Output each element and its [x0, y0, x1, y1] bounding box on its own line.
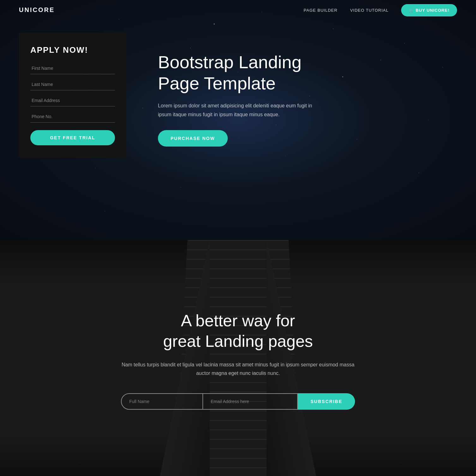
cart-icon: 🛒 — [409, 8, 416, 13]
nav-link-video-tutorial[interactable]: VIDEO TUTORIAL — [350, 8, 389, 13]
nav-cta-button[interactable]: 🛒 BUY UNICORE! — [401, 4, 457, 16]
nav-cta-label: BUY UNICORE! — [416, 8, 449, 13]
email-group — [30, 95, 115, 106]
nav-links: PAGE BUILDER VIDEO TUTORIAL 🛒 BUY UNICOR… — [304, 7, 457, 13]
last-name-group — [30, 79, 115, 90]
second-section-title: A better way for great Landing pages — [115, 310, 361, 352]
hero-description: Lorem ipsum dolor sit amet adipisicing e… — [158, 101, 316, 118]
apply-form-card: APPLY NOW! GET FREE TRIAL — [19, 33, 126, 158]
free-trial-button[interactable]: GET FREE TRIAL — [30, 130, 115, 145]
second-section-description: Nam tellus turpis blandit et ligula vel … — [115, 360, 361, 377]
hero-title: Bootstrap Landing Page Template — [158, 51, 335, 94]
navbar: UNICORE PAGE BUILDER VIDEO TUTORIAL 🛒 BU… — [0, 0, 476, 20]
nav-item-buy[interactable]: 🛒 BUY UNICORE! — [401, 7, 457, 13]
second-title-line2: great Landing pages — [163, 332, 313, 350]
second-section: A better way for great Landing pages Nam… — [0, 240, 476, 476]
nav-link-page-builder[interactable]: PAGE BUILDER — [304, 8, 337, 13]
hero-section: UNICORE PAGE BUILDER VIDEO TUTORIAL 🛒 BU… — [0, 0, 476, 240]
nav-item-video-tutorial[interactable]: VIDEO TUTORIAL — [350, 7, 389, 13]
first-name-group — [30, 63, 115, 74]
apply-form-title: APPLY NOW! — [30, 45, 115, 55]
subscribe-button[interactable]: SUBSCRIBE — [298, 393, 355, 410]
hero-text: Bootstrap Landing Page Template Lorem ip… — [158, 33, 335, 147]
nav-item-page-builder[interactable]: PAGE BUILDER — [304, 7, 337, 13]
first-name-input[interactable] — [30, 63, 115, 74]
hero-content: APPLY NOW! GET FREE TRIAL Bootstrap Lan — [0, 20, 476, 183]
brand-logo: UNICORE — [19, 6, 55, 14]
last-name-input[interactable] — [30, 79, 115, 90]
second-title-line1: A better way for — [181, 311, 295, 330]
phone-group — [30, 111, 115, 123]
subscribe-fullname-input[interactable] — [121, 393, 203, 410]
apply-form: GET FREE TRIAL — [30, 63, 115, 145]
phone-input[interactable] — [30, 111, 115, 123]
subscribe-row: SUBSCRIBE — [115, 393, 361, 410]
subscribe-email-input[interactable] — [203, 393, 298, 410]
email-input[interactable] — [30, 95, 115, 106]
purchase-button[interactable]: PURCHASE NOW — [158, 130, 228, 147]
second-section-content: A better way for great Landing pages Nam… — [96, 285, 380, 435]
